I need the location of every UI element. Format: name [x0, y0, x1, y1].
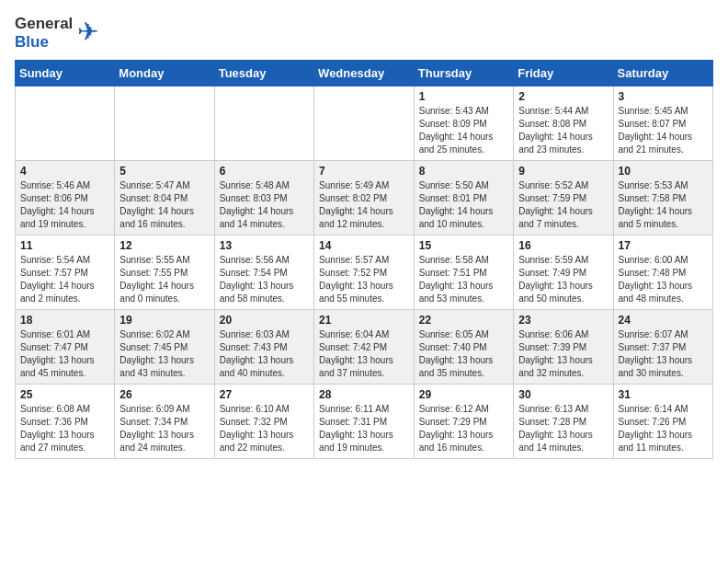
day-number: 9 [518, 165, 608, 178]
calendar-cell: 10Sunrise: 5:53 AM Sunset: 7:58 PM Dayli… [613, 160, 713, 235]
day-info: Sunrise: 5:53 AM Sunset: 7:58 PM Dayligh… [619, 179, 709, 231]
calendar-cell: 12Sunrise: 5:55 AM Sunset: 7:55 PM Dayli… [115, 235, 214, 309]
day-info: Sunrise: 5:56 AM Sunset: 7:54 PM Dayligh… [220, 254, 309, 305]
logo: General Blue ✈ [15, 15, 98, 52]
day-number: 7 [319, 165, 409, 178]
weekday-header-sunday: Sunday [16, 60, 115, 86]
day-number: 15 [419, 239, 508, 252]
calendar-cell: 23Sunrise: 6:06 AM Sunset: 7:39 PM Dayli… [514, 309, 613, 384]
day-info: Sunrise: 6:08 AM Sunset: 7:36 PM Dayligh… [20, 403, 109, 454]
calendar-cell [314, 86, 415, 160]
calendar-cell: 6Sunrise: 5:48 AM Sunset: 8:03 PM Daylig… [214, 160, 313, 235]
day-info: Sunrise: 5:44 AM Sunset: 8:08 PM Dayligh… [518, 105, 608, 156]
day-info: Sunrise: 5:43 AM Sunset: 8:09 PM Dayligh… [419, 105, 508, 156]
day-info: Sunrise: 5:48 AM Sunset: 8:03 PM Dayligh… [220, 179, 309, 231]
day-info: Sunrise: 6:10 AM Sunset: 7:32 PM Dayligh… [220, 403, 309, 454]
day-number: 24 [619, 314, 709, 327]
calendar-cell [16, 86, 115, 160]
day-number: 3 [619, 90, 709, 103]
calendar-cell: 19Sunrise: 6:02 AM Sunset: 7:45 PM Dayli… [115, 309, 214, 384]
day-info: Sunrise: 6:12 AM Sunset: 7:29 PM Dayligh… [419, 403, 508, 454]
calendar-week-row: 11Sunrise: 5:54 AM Sunset: 7:57 PM Dayli… [16, 235, 713, 309]
day-info: Sunrise: 5:47 AM Sunset: 8:04 PM Dayligh… [119, 179, 209, 231]
calendar-cell: 15Sunrise: 5:58 AM Sunset: 7:51 PM Dayli… [414, 235, 513, 309]
day-info: Sunrise: 6:06 AM Sunset: 7:39 PM Dayligh… [518, 328, 608, 380]
calendar-week-row: 25Sunrise: 6:08 AM Sunset: 7:36 PM Dayli… [16, 384, 713, 458]
day-info: Sunrise: 5:52 AM Sunset: 7:59 PM Dayligh… [518, 179, 608, 231]
weekday-header-tuesday: Tuesday [214, 60, 313, 86]
calendar-cell: 25Sunrise: 6:08 AM Sunset: 7:36 PM Dayli… [16, 384, 115, 458]
logo-bird-icon: ✈ [77, 17, 98, 47]
day-number: 19 [119, 314, 209, 327]
calendar-cell: 13Sunrise: 5:56 AM Sunset: 7:54 PM Dayli… [214, 235, 313, 309]
day-info: Sunrise: 5:58 AM Sunset: 7:51 PM Dayligh… [419, 254, 508, 305]
calendar-cell: 17Sunrise: 6:00 AM Sunset: 7:48 PM Dayli… [613, 235, 713, 309]
logo-blue: Blue [15, 33, 73, 52]
calendar-cell: 28Sunrise: 6:11 AM Sunset: 7:31 PM Dayli… [314, 384, 415, 458]
calendar-cell [214, 86, 313, 160]
day-info: Sunrise: 5:45 AM Sunset: 8:07 PM Dayligh… [619, 105, 709, 156]
calendar-cell: 14Sunrise: 5:57 AM Sunset: 7:52 PM Dayli… [314, 235, 415, 309]
day-number: 10 [619, 165, 709, 178]
calendar-cell: 24Sunrise: 6:07 AM Sunset: 7:37 PM Dayli… [613, 309, 713, 384]
calendar-cell: 9Sunrise: 5:52 AM Sunset: 7:59 PM Daylig… [514, 160, 613, 235]
calendar-cell: 18Sunrise: 6:01 AM Sunset: 7:47 PM Dayli… [16, 309, 115, 384]
weekday-header-friday: Friday [514, 60, 613, 86]
day-info: Sunrise: 5:57 AM Sunset: 7:52 PM Dayligh… [319, 254, 409, 305]
calendar-cell: 8Sunrise: 5:50 AM Sunset: 8:01 PM Daylig… [414, 160, 513, 235]
day-info: Sunrise: 6:04 AM Sunset: 7:42 PM Dayligh… [319, 328, 409, 380]
day-info: Sunrise: 6:00 AM Sunset: 7:48 PM Dayligh… [619, 254, 709, 305]
day-number: 27 [220, 388, 309, 401]
calendar-cell: 1Sunrise: 5:43 AM Sunset: 8:09 PM Daylig… [414, 86, 513, 160]
day-info: Sunrise: 6:03 AM Sunset: 7:43 PM Dayligh… [220, 328, 309, 380]
day-info: Sunrise: 6:14 AM Sunset: 7:26 PM Dayligh… [619, 403, 709, 454]
day-info: Sunrise: 5:49 AM Sunset: 8:02 PM Dayligh… [319, 179, 409, 231]
calendar-cell: 30Sunrise: 6:13 AM Sunset: 7:28 PM Dayli… [514, 384, 613, 458]
day-number: 5 [119, 165, 209, 178]
page-header: General Blue ✈ [15, 15, 713, 52]
calendar-week-row: 4Sunrise: 5:46 AM Sunset: 8:06 PM Daylig… [16, 160, 713, 235]
day-number: 13 [220, 239, 309, 252]
day-info: Sunrise: 5:59 AM Sunset: 7:49 PM Dayligh… [518, 254, 608, 305]
calendar-week-row: 18Sunrise: 6:01 AM Sunset: 7:47 PM Dayli… [16, 309, 713, 384]
day-info: Sunrise: 6:02 AM Sunset: 7:45 PM Dayligh… [119, 328, 209, 380]
day-number: 26 [119, 388, 209, 401]
calendar-cell [115, 86, 214, 160]
calendar-cell: 2Sunrise: 5:44 AM Sunset: 8:08 PM Daylig… [514, 86, 613, 160]
weekday-header-monday: Monday [115, 60, 214, 86]
day-info: Sunrise: 5:50 AM Sunset: 8:01 PM Dayligh… [419, 179, 508, 231]
calendar-cell: 3Sunrise: 5:45 AM Sunset: 8:07 PM Daylig… [613, 86, 713, 160]
calendar-cell: 27Sunrise: 6:10 AM Sunset: 7:32 PM Dayli… [214, 384, 313, 458]
day-number: 25 [20, 388, 109, 401]
day-info: Sunrise: 6:01 AM Sunset: 7:47 PM Dayligh… [20, 328, 109, 380]
day-number: 18 [20, 314, 109, 327]
day-number: 22 [419, 314, 508, 327]
day-number: 16 [518, 239, 608, 252]
day-info: Sunrise: 5:54 AM Sunset: 7:57 PM Dayligh… [20, 254, 109, 305]
logo-general: General [15, 15, 73, 33]
weekday-header-wednesday: Wednesday [314, 60, 415, 86]
calendar-week-row: 1Sunrise: 5:43 AM Sunset: 8:09 PM Daylig… [16, 86, 713, 160]
day-number: 17 [619, 239, 709, 252]
day-info: Sunrise: 6:07 AM Sunset: 7:37 PM Dayligh… [619, 328, 709, 380]
day-number: 12 [119, 239, 209, 252]
calendar-cell: 16Sunrise: 5:59 AM Sunset: 7:49 PM Dayli… [514, 235, 613, 309]
day-info: Sunrise: 6:05 AM Sunset: 7:40 PM Dayligh… [419, 328, 508, 380]
calendar-cell: 26Sunrise: 6:09 AM Sunset: 7:34 PM Dayli… [115, 384, 214, 458]
day-number: 11 [20, 239, 109, 252]
weekday-header-thursday: Thursday [414, 60, 513, 86]
calendar-cell: 22Sunrise: 6:05 AM Sunset: 7:40 PM Dayli… [414, 309, 513, 384]
day-number: 20 [220, 314, 309, 327]
day-number: 29 [419, 388, 508, 401]
calendar-cell: 20Sunrise: 6:03 AM Sunset: 7:43 PM Dayli… [214, 309, 313, 384]
calendar-cell: 5Sunrise: 5:47 AM Sunset: 8:04 PM Daylig… [115, 160, 214, 235]
day-number: 30 [518, 388, 608, 401]
calendar-cell: 29Sunrise: 6:12 AM Sunset: 7:29 PM Dayli… [414, 384, 513, 458]
day-info: Sunrise: 6:09 AM Sunset: 7:34 PM Dayligh… [119, 403, 209, 454]
day-info: Sunrise: 6:13 AM Sunset: 7:28 PM Dayligh… [518, 403, 608, 454]
day-number: 6 [220, 165, 309, 178]
calendar-cell: 11Sunrise: 5:54 AM Sunset: 7:57 PM Dayli… [16, 235, 115, 309]
day-number: 8 [419, 165, 508, 178]
calendar-table: SundayMondayTuesdayWednesdayThursdayFrid… [15, 60, 713, 459]
calendar-cell: 31Sunrise: 6:14 AM Sunset: 7:26 PM Dayli… [613, 384, 713, 458]
